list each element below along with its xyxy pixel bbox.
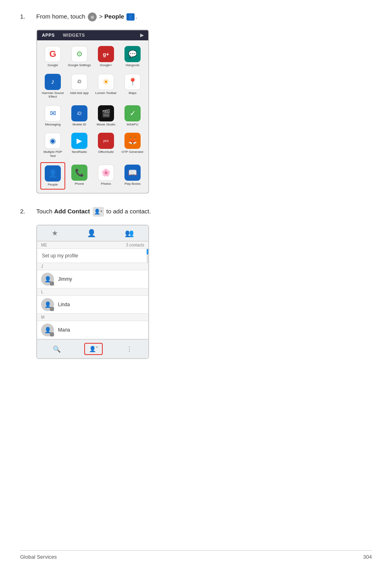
playbooks-icon: 📖: [124, 165, 141, 181]
profile-row: Set up my profile: [37, 249, 148, 263]
jimmy-name: Jimmy: [58, 276, 72, 282]
step-1-content: From home, touch ⊞ > People 👤. APPS WIDG…: [36, 12, 372, 195]
me-label: ME: [41, 243, 47, 247]
app-gplus: g+ Google+: [93, 44, 118, 70]
hidd-icon: iD: [71, 74, 87, 90]
maria-avatar: 👤: [41, 324, 54, 336]
add-contact-icon: 👤+: [93, 207, 104, 217]
messaging-icon: ✉: [45, 105, 61, 121]
linda-name: Linda: [58, 302, 70, 307]
apps-grid: G Google ⚙ Google Settings g+ Google+ 💬 …: [37, 40, 148, 193]
app-label: MSAPU: [127, 123, 138, 127]
letter-m: M: [37, 314, 148, 321]
photos-icon: 🌸: [98, 165, 114, 181]
step-2-number: 2.: [20, 207, 36, 215]
gsettings-icon: ⚙: [71, 46, 87, 62]
step-2-content: Touch Add Contact 👤+ to add a contact. ★…: [36, 207, 372, 360]
movie-icon: 🎬: [98, 105, 114, 121]
contacts-tab: 👤: [81, 229, 102, 238]
lumen-icon: ☀: [98, 74, 114, 90]
more-options-button[interactable]: ⋮: [118, 345, 141, 353]
msapu-icon: ✓: [124, 105, 141, 121]
app-msapu: ✓ MSAPU: [120, 103, 145, 129]
app-otp: 🦊 OTP Generator: [120, 130, 145, 160]
app-google: G Google: [40, 44, 65, 70]
contact-jimmy: 👤 Jimmy: [37, 270, 148, 288]
app-label: Maps: [129, 91, 137, 95]
google-icon: G: [45, 46, 61, 62]
me-section-header: ME 3 contacts: [37, 241, 148, 249]
app-maps: 📍 Maps: [120, 71, 145, 101]
app-label: Google+: [100, 63, 112, 67]
footer: Global Services 304: [20, 550, 372, 560]
mobileid-icon: iD: [71, 105, 87, 121]
app-label: Movie Studio: [97, 123, 115, 127]
gplus-icon: g+: [98, 46, 114, 62]
search-button[interactable]: 🔍: [45, 345, 69, 353]
maps-icon: 📍: [124, 74, 141, 90]
people-icon: 👤: [45, 165, 61, 182]
app-photos: 🌸 Photos: [93, 162, 118, 190]
app-gsettings: ⚙ Google Settings: [67, 44, 92, 70]
apps-screenshot: APPS WIDGETS ▶ G Google ⚙ Google Setting…: [36, 29, 149, 194]
app-movie: 🎬 Movie Studio: [93, 103, 118, 129]
app-hangouts: 💬 Hangouts: [120, 44, 145, 70]
step-1-text: From home, touch ⊞ > People 👤.: [36, 12, 372, 21]
topbar-right: ▶: [140, 33, 144, 38]
app-label: OfficeSuite: [98, 150, 114, 154]
people-app-icon: 👤: [127, 13, 135, 21]
app-hidd: iD hidd test app: [67, 71, 92, 101]
app-playbooks: 📖 Play Books: [120, 162, 145, 190]
app-label: Multiple PDP Test: [41, 150, 64, 158]
apps-grid-icon: ⊞: [88, 13, 97, 21]
app-harman: ♪ Harman Sound Effect: [40, 71, 65, 101]
nextradio-icon: ▶: [71, 133, 87, 149]
otp-icon: 🦊: [124, 133, 141, 149]
groups-tab: 👥: [118, 229, 140, 238]
app-multipdp: ◉ Multiple PDP Test: [40, 130, 65, 160]
app-label: Play Books: [124, 182, 141, 186]
app-label: Lumen Toolbar: [95, 91, 117, 95]
app-messaging: ✉ Messaging: [40, 103, 65, 129]
app-label: Harman Sound Effect: [41, 91, 64, 99]
app-label: Photos: [101, 182, 111, 186]
contact-linda: 👤 Linda: [37, 296, 148, 314]
contacts-tabbar: ★ 👤 👥: [37, 225, 148, 241]
maria-name: Maria: [58, 327, 70, 333]
step-2-text: Touch Add Contact 👤+ to add a contact.: [36, 207, 372, 217]
apps-tabbar: APPS WIDGETS ▶: [37, 30, 148, 40]
linda-avatar: 👤: [41, 298, 54, 311]
contacts-bottom-bar: 🔍 👤+ ⋮: [37, 339, 148, 358]
apps-tab: APPS: [42, 33, 55, 38]
app-lumen: ☀ Lumen Toolbar: [93, 71, 118, 101]
harman-icon: ♪: [45, 74, 61, 90]
app-mobileid: iD Mobile ID: [67, 103, 92, 129]
app-label: Hangouts: [126, 63, 139, 67]
widgets-tab: WIDGETS: [63, 33, 85, 38]
app-label: Google: [48, 63, 58, 67]
contacts-screenshot: ★ 👤 👥 ME 3 contacts Set up my profile J: [36, 225, 149, 359]
app-label: NextRadio: [72, 150, 87, 154]
add-contact-button[interactable]: 👤+: [84, 343, 103, 355]
app-phone: 📞 Phone: [67, 162, 92, 190]
letter-j: J: [37, 263, 148, 270]
contacts-count: 3 contacts: [126, 243, 144, 247]
app-label: Mobile ID: [73, 123, 86, 127]
favorites-tab: ★: [45, 229, 64, 238]
app-label: Messaging: [45, 123, 61, 127]
step-1-number: 1.: [20, 12, 36, 20]
app-label: OTP Generator: [122, 150, 144, 154]
app-label: People: [48, 183, 58, 187]
app-nextradio: ▶ NextRadio: [67, 130, 92, 160]
app-officesuite: pro OfficeSuite: [93, 130, 118, 160]
app-label: Phone: [75, 182, 84, 186]
multipdp-icon: ◉: [45, 133, 61, 149]
step-1: 1. From home, touch ⊞ > People 👤. APPS W…: [20, 12, 372, 195]
phone-icon: 📞: [71, 165, 87, 181]
footer-left: Global Services: [20, 554, 57, 560]
footer-right: 304: [363, 554, 372, 560]
app-label: hidd test app: [70, 91, 89, 95]
officesuite-icon: pro: [98, 133, 114, 149]
letter-l: L: [37, 288, 148, 296]
hangouts-icon: 💬: [124, 46, 141, 62]
